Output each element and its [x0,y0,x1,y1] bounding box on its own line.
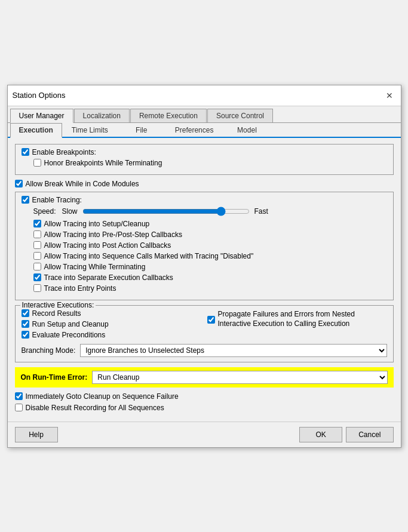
tracing-disabled-row: Allow Tracing into Sequence Calls Marked… [33,252,387,260]
close-button[interactable]: ✕ [383,89,396,102]
honor-breakpoints-label[interactable]: Honor Breakpoints While Terminating [44,159,162,167]
tracing-pre-label[interactable]: Allow Tracing into Pre-/Post-Step Callba… [44,230,182,239]
record-results-row: Record Results [22,309,201,318]
title-bar: Station Options ✕ [8,85,401,106]
honor-breakpoints-checkbox[interactable] [33,159,41,167]
dialog-footer: Help OK Cancel [8,422,401,447]
tab-model[interactable]: Model [223,123,271,137]
runtime-error-select[interactable]: Run Cleanup Stop Execution Terminate [92,371,387,384]
speed-fast-label: Fast [254,207,268,216]
tracing-setup-row: Allow Tracing into Setup/Cleanup [33,220,387,228]
evaluate-preconditions-checkbox[interactable] [22,331,29,339]
speed-slow-label: Slow [62,207,78,216]
interactive-two-col: Record Results Run Setup and Cleanup Eva… [22,309,387,342]
interactive-executions-label: Interactive Executions: [20,301,96,309]
tab-row-1: User Manager Localization Remote Executi… [8,106,401,123]
immediately-goto-row: Immediately Goto Cleanup on Sequence Fai… [15,392,394,401]
tab-file[interactable]: File [118,123,165,137]
trace-entry-row: Trace into Entry Points [33,284,387,293]
runtime-error-row: On Run-Time Error: Run Cleanup Stop Exec… [15,367,394,388]
tab-row-2: Execution Time Limits File Preferences M… [8,123,401,138]
tracing-post-row: Allow Tracing into Post Action Callbacks [33,241,387,250]
propagate-failures-checkbox[interactable] [207,316,215,324]
tab-localization[interactable]: Localization [74,109,130,122]
tab-user-manager[interactable]: User Manager [10,109,73,123]
enable-breakpoints-checkbox[interactable] [22,148,29,156]
tracing-pre-row: Allow Tracing into Pre-/Post-Step Callba… [33,230,387,239]
station-options-dialog: Station Options ✕ User Manager Localizat… [7,85,401,448]
tracing-terminating-label[interactable]: Allow Tracing While Terminating [44,263,146,271]
ok-cancel-group: OK Cancel [299,427,393,442]
cancel-button[interactable]: Cancel [346,427,393,442]
tracing-disabled-checkbox[interactable] [33,252,41,260]
tracing-setup-label[interactable]: Allow Tracing into Setup/Cleanup [44,220,150,228]
enable-tracing-row: Enable Tracing: [22,196,387,204]
tab-source-control[interactable]: Source Control [207,109,273,122]
interactive-right-col: Propagate Failures and Errors from Neste… [207,309,387,342]
immediately-goto-checkbox[interactable] [15,392,23,400]
tab-remote-execution[interactable]: Remote Execution [130,109,207,122]
allow-break-row: Allow Break While in Code Modules [15,180,394,188]
breakpoints-group: Enable Breakpoints: Honor Breakpoints Wh… [15,144,394,175]
tracing-post-label[interactable]: Allow Tracing into Post Action Callbacks [44,241,171,250]
speed-label: Speed: [33,207,57,216]
enable-breakpoints-row: Enable Breakpoints: [22,148,387,156]
interactive-left-col: Record Results Run Setup and Cleanup Eva… [22,309,201,342]
speed-row: Speed: Slow Fast [33,207,387,216]
interactive-executions-group: Interactive Executions: Record Results R… [15,305,394,362]
evaluate-preconditions-row: Evaluate Preconditions [22,331,201,339]
run-setup-row: Run Setup and Cleanup [22,320,201,328]
tracing-terminating-checkbox[interactable] [33,263,41,270]
help-button[interactable]: Help [15,427,58,442]
tracing-terminating-row: Allow Tracing While Terminating [33,263,387,271]
trace-separate-checkbox[interactable] [33,273,41,281]
enable-tracing-checkbox[interactable] [22,196,29,204]
disable-result-row: Disable Result Recording for All Sequenc… [15,404,394,412]
evaluate-preconditions-label[interactable]: Evaluate Preconditions [32,331,106,339]
honor-breakpoints-row: Honor Breakpoints While Terminating [33,159,387,167]
tracing-group: Enable Tracing: Speed: Slow Fast Allow T… [15,192,394,300]
allow-break-checkbox[interactable] [15,180,23,187]
allow-break-label[interactable]: Allow Break While in Code Modules [26,180,139,188]
run-setup-label[interactable]: Run Setup and Cleanup [32,320,109,328]
disable-result-checkbox[interactable] [15,404,23,411]
propagate-failures-label[interactable]: Propagate Failures and Errors from Neste… [218,309,387,330]
branching-label: Branching Mode: [22,346,76,355]
propagate-failures-row: Propagate Failures and Errors from Neste… [207,309,387,330]
tracing-post-checkbox[interactable] [33,241,41,249]
trace-entry-label[interactable]: Trace into Entry Points [44,284,116,293]
record-results-checkbox[interactable] [22,309,29,317]
tab-preferences[interactable]: Preferences [166,123,223,137]
trace-separate-label[interactable]: Trace into Separate Execution Callbacks [44,273,173,282]
trace-entry-checkbox[interactable] [33,284,41,292]
ok-button[interactable]: OK [299,427,342,442]
tracing-disabled-label[interactable]: Allow Tracing into Sequence Calls Marked… [44,252,254,260]
tab-execution[interactable]: Execution [10,123,62,138]
branching-row: Branching Mode: Ignore Branches to Unsel… [22,344,387,357]
trace-separate-row: Trace into Separate Execution Callbacks [33,273,387,282]
record-results-label[interactable]: Record Results [32,309,81,318]
disable-result-label[interactable]: Disable Result Recording for All Sequenc… [26,404,164,412]
tracing-pre-checkbox[interactable] [33,230,41,238]
runtime-error-label: On Run-Time Error: [21,373,88,382]
run-setup-checkbox[interactable] [22,320,29,328]
enable-tracing-label[interactable]: Enable Tracing: [32,196,82,204]
immediately-goto-label[interactable]: Immediately Goto Cleanup on Sequence Fai… [26,392,179,401]
dialog-title: Station Options [13,91,66,100]
speed-slider[interactable] [82,207,250,216]
content-area: Enable Breakpoints: Honor Breakpoints Wh… [8,138,401,422]
tracing-setup-checkbox[interactable] [33,220,41,227]
enable-breakpoints-label[interactable]: Enable Breakpoints: [32,148,96,156]
branching-select[interactable]: Ignore Branches to Unselected Steps Exec… [80,344,386,357]
tab-time-limits[interactable]: Time Limits [63,123,117,137]
